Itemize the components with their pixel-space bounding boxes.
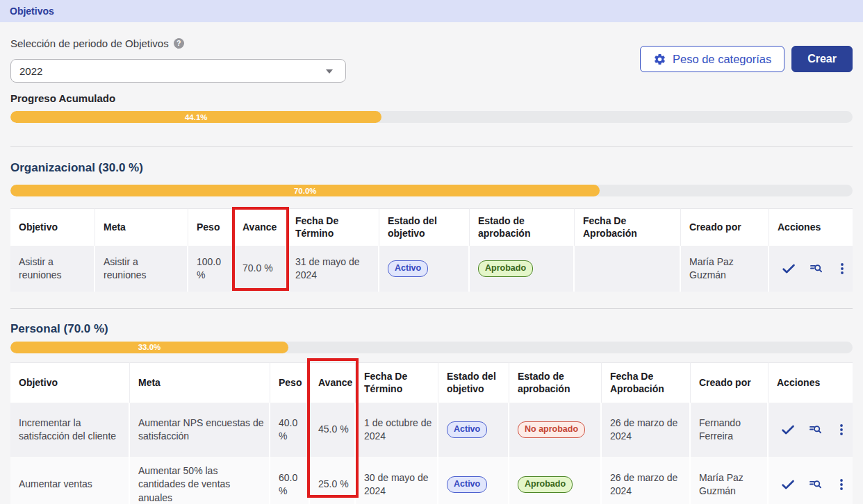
cell-estado-objetivo: Activo [438, 457, 509, 504]
overall-progress-value: 44.1% [185, 113, 208, 121]
category-weights-button[interactable]: Peso de categorías [640, 46, 784, 72]
column-header: Avance [310, 362, 356, 403]
table-row: Incrementar la satisfacción del clienteA… [10, 403, 853, 457]
section-title-personal: Personal (70.0 %) [10, 322, 853, 337]
overall-progress-bar: 44.1% [10, 111, 853, 123]
top-toolbar: Selección de periodo de Objetivos ? 2022… [10, 37, 853, 83]
organizacional-table: ObjetivoMetaPesoAvanceFecha De TérminoEs… [10, 208, 853, 292]
column-header: Acciones [769, 208, 853, 246]
approve-check-icon[interactable] [781, 423, 795, 437]
cell-peso: 60.0 % [270, 457, 310, 504]
cell-avance: 45.0 % [310, 403, 356, 457]
gear-icon [653, 53, 666, 66]
cell-fecha-aprobacion: 26 de marzo de 2024 [602, 403, 691, 457]
table-row: Asistir a reunionesAsistir a reuniones10… [10, 246, 853, 292]
preview-search-icon[interactable] [809, 478, 822, 491]
organizacional-progress-bar: 70.0% [10, 185, 853, 196]
cell-creado-por: María Paz Guzmán [681, 246, 769, 292]
cell-fecha-termino: 31 de mayo de 2024 [287, 246, 379, 292]
column-header: Avance [234, 208, 287, 246]
cell-avance: 70.0 % [234, 246, 287, 292]
help-icon[interactable]: ? [174, 38, 184, 49]
column-header: Creado por [691, 362, 769, 403]
row-actions [777, 423, 848, 437]
cell-peso: 40.0 % [270, 403, 310, 457]
column-header: Estado de aprobación [509, 362, 602, 403]
cell-avance: 25.0 % [310, 457, 356, 504]
status-badge: No aprobado [518, 421, 585, 438]
cell-fecha-termino: 30 de mayo de 2024 [356, 457, 438, 504]
section-title-organizacional: Organizacional (30.0 %) [10, 161, 853, 176]
more-options-icon[interactable] [836, 423, 847, 436]
cell-meta: Asistir a reuniones [95, 246, 188, 292]
cell-fecha-termino: 1 de octubre de 2024 [356, 403, 438, 457]
status-badge: Aprobado [518, 476, 573, 493]
column-header: Estado de aprobación [470, 208, 575, 246]
table-row: Aumentar ventasAumentar 50% las cantidad… [10, 457, 853, 504]
status-badge: Activo [388, 260, 428, 277]
cell-estado-aprobacion: No aprobado [509, 403, 602, 457]
chevron-down-icon [326, 69, 333, 74]
column-header: Peso [188, 208, 234, 246]
column-header: Acciones [769, 362, 853, 403]
cell-acciones [769, 246, 853, 292]
cell-meta: Aumentar 50% las cantidades de ventas an… [130, 457, 270, 504]
period-selector-label: Selección de periodo de Objetivos ? [10, 37, 346, 49]
column-header: Creado por [681, 208, 769, 246]
cell-objetivo: Asistir a reuniones [10, 246, 95, 292]
section-divider [10, 146, 853, 147]
preview-search-icon[interactable] [809, 423, 822, 436]
personal-progress-bar: 33.0% [10, 342, 853, 353]
cell-fecha-aprobacion: 26 de marzo de 2024 [602, 457, 691, 504]
column-header: Objetivo [10, 362, 130, 403]
cell-acciones [769, 457, 853, 504]
more-options-icon[interactable] [837, 262, 848, 275]
status-badge: Aprobado [478, 260, 533, 277]
status-badge: Activo [447, 476, 487, 493]
approve-check-icon[interactable] [782, 262, 796, 276]
period-select-value: 2022 [19, 65, 42, 77]
period-selector-group: Selección de periodo de Objetivos ? 2022 [10, 37, 346, 83]
column-header: Fecha De Aprobación [575, 208, 681, 246]
period-selector-label-text: Selección de periodo de Objetivos [10, 37, 169, 49]
personal-progress-value: 33.0% [138, 343, 161, 351]
cell-objetivo: Aumentar ventas [10, 457, 130, 504]
row-actions [778, 262, 848, 276]
column-header: Fecha De Aprobación [602, 362, 691, 403]
personal-table: ObjetivoMetaPesoAvanceFecha De TérminoEs… [10, 362, 853, 504]
more-options-icon[interactable] [836, 478, 847, 491]
preview-search-icon[interactable] [809, 262, 823, 275]
approve-check-icon[interactable] [781, 478, 795, 492]
cell-estado-aprobacion: Aprobado [470, 246, 575, 292]
cell-peso: 100.0 % [188, 246, 234, 292]
overall-progress-label: Progreso Acumulado [10, 92, 853, 105]
cell-estado-objetivo: Activo [438, 403, 509, 457]
cell-estado-aprobacion: Aprobado [509, 457, 602, 504]
period-select[interactable]: 2022 [10, 59, 346, 83]
column-header: Estado del objetivo [438, 362, 509, 403]
page-title: Objetivos [0, 0, 863, 22]
cell-objetivo: Incrementar la satisfacción del cliente [10, 403, 130, 457]
cell-creado-por: Fernando Ferreira [691, 403, 769, 457]
column-header: Objetivo [10, 208, 95, 246]
column-header: Fecha De Término [287, 208, 379, 246]
row-actions [777, 478, 848, 492]
column-header: Estado del objetivo [379, 208, 470, 246]
create-button[interactable]: Crear [791, 46, 853, 72]
section-divider [10, 308, 853, 309]
organizacional-progress-value: 70.0% [294, 187, 317, 195]
column-header: Peso [270, 362, 310, 403]
cell-acciones [769, 403, 853, 457]
category-weights-button-label: Peso de categorías [673, 53, 771, 66]
cell-meta: Aumentar NPS encuestas de satisfacción [130, 403, 270, 457]
status-badge: Activo [447, 421, 487, 438]
cell-creado-por: María Paz Guzmán [691, 457, 769, 504]
cell-estado-objetivo: Activo [379, 246, 470, 292]
column-header: Fecha De Término [356, 362, 438, 403]
column-header: Meta [95, 208, 188, 246]
cell-fecha-aprobacion [575, 246, 681, 292]
column-header: Meta [130, 362, 270, 403]
